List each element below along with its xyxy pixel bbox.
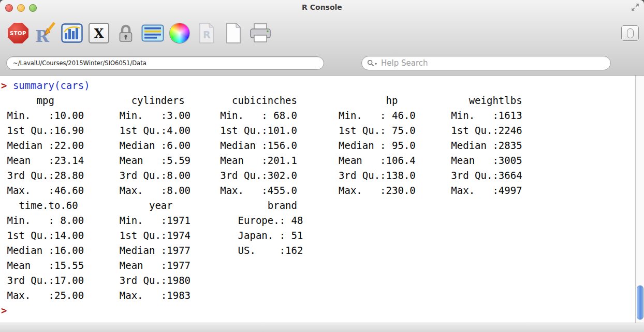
scrollbar-thumb[interactable] xyxy=(637,285,643,320)
lock-icon xyxy=(115,23,136,43)
x11-button[interactable]: X xyxy=(87,19,111,47)
source-drop-button[interactable]: R xyxy=(33,19,57,47)
toolbar: STOP R xyxy=(0,14,644,52)
search-icon xyxy=(367,59,374,67)
r-drag-drop-icon: R xyxy=(34,22,56,44)
quartz-plot-button[interactable] xyxy=(60,19,84,47)
r-document-icon: R xyxy=(198,22,215,44)
color-wheel-icon xyxy=(170,23,189,43)
working-directory-field[interactable] xyxy=(6,56,324,70)
authentication-button[interactable] xyxy=(114,19,138,47)
console-output: mpg cylinders cubicinches hp weightlbs M… xyxy=(1,95,522,301)
console-text: > summary(cars) mpg cylinders cubicinche… xyxy=(0,76,636,318)
window-title: R Console xyxy=(0,3,644,11)
status-bar xyxy=(0,323,644,332)
new-document-button[interactable] xyxy=(222,19,245,47)
path-row: ▾ xyxy=(0,52,644,74)
r-console-window: R Console STOP R xyxy=(0,0,644,332)
chart-icon xyxy=(61,23,83,43)
fullscreen-icon[interactable] xyxy=(631,3,640,12)
window-header: R Console STOP R xyxy=(0,0,644,76)
interrupt-button[interactable]: STOP xyxy=(6,19,30,47)
stop-label: STOP xyxy=(10,31,26,36)
stop-icon: STOP xyxy=(8,23,28,43)
toolbar-pill-icon xyxy=(627,28,634,38)
toolbar-toggle-button[interactable] xyxy=(621,25,639,41)
x11-icon: X xyxy=(89,23,109,43)
history-stripes-icon xyxy=(141,24,164,42)
console-output-area[interactable]: > summary(cars) mpg cylinders cubicinche… xyxy=(0,76,636,323)
printer-icon xyxy=(248,23,272,43)
help-search-field[interactable]: ▾ xyxy=(361,56,611,70)
vertical-scrollbar[interactable] xyxy=(635,76,644,323)
color-picker-button[interactable] xyxy=(168,19,192,47)
history-button[interactable] xyxy=(141,19,165,47)
search-menu-caret-icon[interactable]: ▾ xyxy=(375,62,377,66)
console-command: summary(cars) xyxy=(13,80,90,91)
x11-label: X xyxy=(94,26,104,41)
print-button[interactable] xyxy=(248,19,272,47)
source-r-letter: R xyxy=(203,29,211,40)
titlebar[interactable]: R Console xyxy=(0,0,644,14)
help-search-input[interactable] xyxy=(380,58,605,68)
new-document-icon xyxy=(225,22,242,44)
source-file-button[interactable]: R xyxy=(195,19,218,47)
console-trailing-prompt: > xyxy=(1,305,7,316)
console-prompt: > xyxy=(1,80,13,91)
